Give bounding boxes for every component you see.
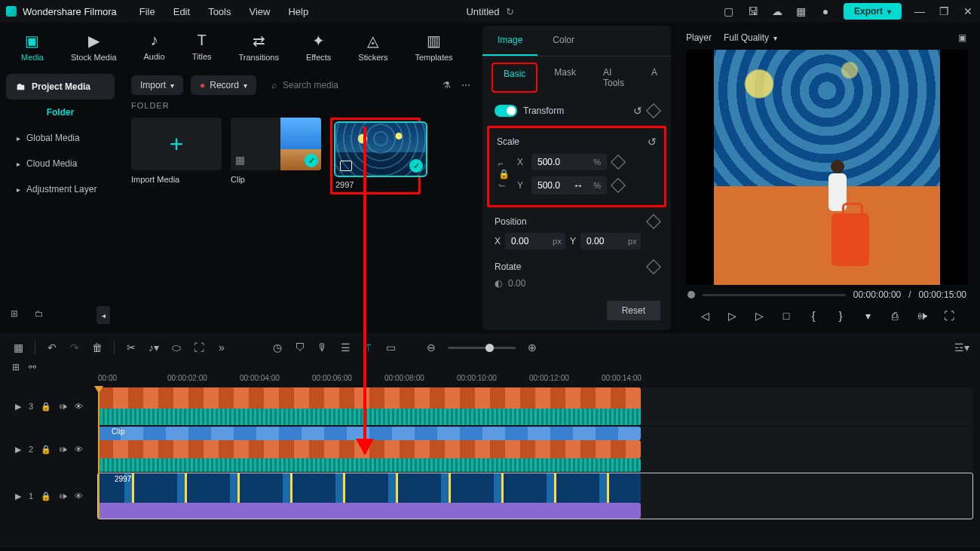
inspector-tab-color[interactable]: Color [537,26,590,56]
mute-icon[interactable]: 🕪 [59,445,67,454]
volume-icon[interactable]: 🕪 [915,309,929,323]
more-tools-icon[interactable]: » [216,341,228,354]
track-1-body[interactable]: 2997 [98,473,972,519]
tab-audio[interactable]: ♪Audio [138,29,171,65]
redo-icon[interactable]: ↷ [69,341,81,354]
track-3-body[interactable] [98,387,972,425]
visibility-icon[interactable]: 👁 [75,402,83,411]
sidebar-folder[interactable]: Folder [6,99,115,125]
keyframe-scale-x-icon[interactable] [611,155,626,170]
tab-effects[interactable]: ✦Effects [300,29,337,65]
visibility-icon[interactable]: 👁 [75,491,83,500]
snapshot-icon[interactable]: ▣ [956,32,968,44]
time-ruler[interactable]: 00:00 00:00:02:00 00:00:04:00 00:00:06:0… [98,374,972,387]
clip-audio-wave[interactable] [98,458,641,472]
tab-stock-media[interactable]: ▶Stock Media [65,29,123,65]
mute-icon[interactable]: 🕪 [59,491,67,500]
cloud-icon[interactable]: ☁ [771,5,783,17]
subtab-mask[interactable]: Mask [544,63,586,93]
sidebar-adjustment-layer[interactable]: ▸Adjustment Layer [6,176,115,202]
transform-toggle[interactable] [495,105,517,117]
tl-grid-icon[interactable]: ▦ [12,341,24,354]
mic-icon[interactable]: ● [819,5,831,17]
collapse-sidebar-button[interactable]: ◂ [96,306,110,324]
clip-2997[interactable]: 2997 [98,473,641,503]
play-all-icon[interactable]: ▷ [752,309,766,323]
close-icon[interactable]: ✕ [962,5,974,17]
ai-icon[interactable]: ⚚ [362,341,374,354]
keyframe-scale-y-icon[interactable] [611,178,626,193]
lock-icon[interactable]: 🔒 [41,445,51,455]
clip-orange-2[interactable] [98,440,641,458]
apps-icon[interactable]: ▦ [795,5,807,17]
menu-edit[interactable]: Edit [173,6,190,17]
reset-scale-icon[interactable]: ↺ [648,136,657,148]
subtab-basic[interactable]: Basic [492,63,537,93]
thumb-clip[interactable]: ▦✓ Clip [231,118,321,194]
subtitle-icon[interactable]: ☰ [339,341,351,354]
position-y-input[interactable]: px [580,233,641,249]
sidebar-global-media[interactable]: ▸Global Media [6,125,115,151]
lock-icon[interactable]: 🔒 [41,491,51,501]
sidebar-cloud-media[interactable]: ▸Cloud Media [6,151,115,176]
clip-blue[interactable]: Clip [98,427,641,440]
speed-icon[interactable]: ◷ [271,341,283,354]
zoom-slider[interactable] [448,347,516,349]
menu-file[interactable]: File [139,6,155,17]
search-input[interactable] [283,80,425,90]
zoom-in-icon[interactable]: ⊕ [526,341,538,354]
playhead[interactable] [98,387,100,519]
mark-in-icon[interactable]: { [807,309,820,323]
cut-icon[interactable]: ✂ [125,341,137,354]
thumb-import[interactable]: + Import Media [131,118,222,194]
more-icon[interactable]: ⋯ [460,79,472,91]
filter-icon[interactable]: ⚗ [440,79,452,91]
lock-aspect-icon[interactable]: ⌐🔒⌙ [497,158,510,190]
prev-frame-icon[interactable]: ◁ [698,309,712,323]
track-video-icon[interactable]: ▶ [15,445,21,455]
new-folder-icon[interactable]: 🗀 [35,308,48,322]
inspector-tab-image[interactable]: Image [482,26,537,56]
track-video-icon[interactable]: ▶ [15,402,21,412]
zoom-out-icon[interactable]: ⊖ [425,341,437,354]
sidebar-project-media[interactable]: 🖿Project Media [6,74,115,99]
settings-icon[interactable]: ⛶ [942,309,956,323]
clip-orange-1[interactable] [98,387,641,425]
position-x-input[interactable]: px [505,233,565,249]
shield-icon[interactable]: ⛉ [294,341,306,354]
menu-view[interactable]: View [249,6,270,17]
crop-icon[interactable]: ⛶ [193,341,205,354]
scale-y-input[interactable]: ↔% [531,176,607,194]
clip-purple[interactable] [98,503,641,519]
tab-transitions[interactable]: ⇄Transitions [233,29,285,65]
tl-link-icon[interactable]: ⚯ [29,362,36,372]
keyframe-rotate-icon[interactable] [646,259,661,274]
capture-icon[interactable]: ⎙ [888,309,902,323]
maximize-icon[interactable]: ❐ [938,5,950,17]
layout-icon[interactable]: ▢ [723,5,735,17]
quality-dropdown[interactable]: Full Quality▾ [724,32,777,43]
export-button[interactable]: Export ▾ [844,3,902,20]
music-icon[interactable]: ♪▾ [148,341,160,354]
track-video-icon[interactable]: ▶ [15,491,21,501]
undo-icon[interactable]: ↶ [46,341,58,354]
rotate-dial-icon[interactable]: ◐ [495,278,502,289]
menu-tools[interactable]: Tools [208,6,231,17]
new-bin-icon[interactable]: ⊞ [11,308,24,322]
save-icon[interactable]: 🖫 [747,5,759,17]
subtab-ai-tools[interactable]: AI Tools [593,63,635,93]
mute-icon[interactable]: 🕪 [59,402,67,411]
record-button[interactable]: ●Record▾ [191,75,256,95]
minimize-icon[interactable]: — [914,5,926,17]
subtab-a[interactable]: A [641,63,668,93]
tab-titles[interactable]: TTitles [186,29,218,65]
lock-icon[interactable]: 🔒 [41,402,51,412]
tag-icon[interactable]: ⬭ [170,341,182,354]
tab-stickers[interactable]: ◬Stickers [352,29,394,65]
keyframe-position-icon[interactable] [646,214,661,229]
visibility-icon[interactable]: 👁 [75,445,83,454]
thumb-2997[interactable]: ✓ 2997 [330,118,421,194]
stop-icon[interactable]: □ [779,309,793,323]
track-2-body[interactable]: Clip [98,427,972,472]
mark-out-icon[interactable]: } [834,309,847,323]
